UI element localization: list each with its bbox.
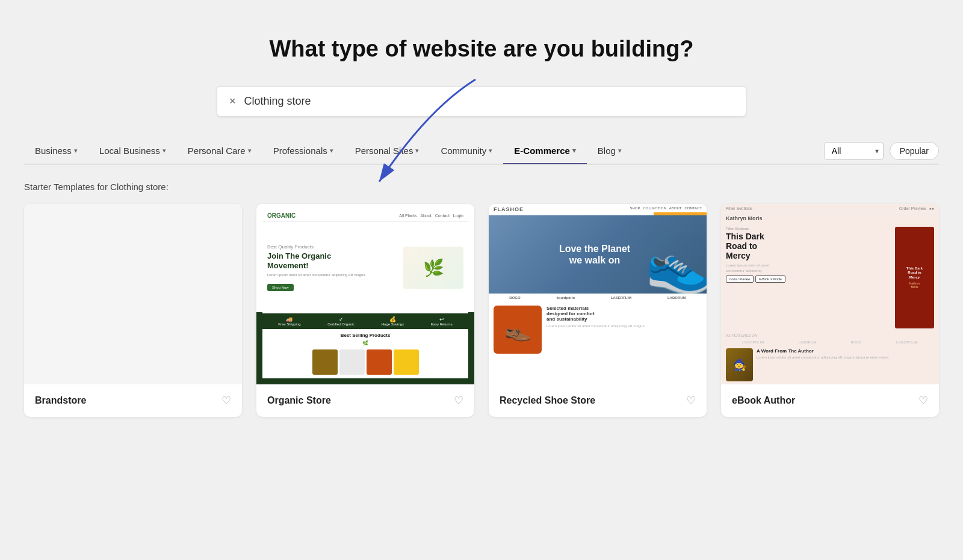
search-bar-wrapper: × Clothing store (24, 86, 939, 117)
template-card-organic-store[interactable]: ORGANIC All PlantsAboutContactLogin Best… (256, 204, 474, 417)
favorite-icon-ebook-author[interactable]: ♡ (918, 394, 928, 407)
template-footer-brandstore: Brandstore ♡ (24, 384, 242, 417)
template-image-brandstore (24, 204, 242, 384)
chevron-down-icon: ▾ (74, 147, 78, 155)
template-name-ebook-author: eBook Author (732, 395, 795, 406)
template-footer-recycled-shoe-store: Recycled Shoe Store ♡ (489, 384, 707, 417)
template-card-recycled-shoe-store[interactable]: PREMIUM FLASHOE SHOPCOLLECTIONABOUTCONTA… (489, 204, 707, 417)
template-image-ebook-author: Filter Sections Order Preview●● Kathryn … (721, 204, 939, 384)
nav-filters: All Free Premium Popular (824, 142, 939, 160)
tab-community[interactable]: Community ▾ (430, 138, 503, 165)
template-card-brandstore[interactable]: Brandstore ♡ (24, 204, 242, 417)
search-input[interactable]: Clothing store (244, 95, 734, 108)
template-footer-ebook-author: eBook Author ♡ (721, 384, 939, 417)
search-clear-button[interactable]: × (229, 95, 236, 108)
search-bar: × Clothing store (217, 86, 746, 117)
starter-templates-label: Starter Templates for Clothing store: (24, 182, 939, 192)
favorite-icon-recycled-shoe-store[interactable]: ♡ (686, 394, 696, 407)
chevron-down-icon: ▾ (330, 147, 333, 155)
template-card-ebook-author[interactable]: Filter Sections Order Preview●● Kathryn … (721, 204, 939, 417)
chevron-down-icon: ▾ (618, 147, 622, 155)
template-image-recycled-shoe-store: PREMIUM FLASHOE SHOPCOLLECTIONABOUTCONTA… (489, 204, 707, 384)
chevron-down-icon: ▾ (572, 147, 576, 155)
tab-ecommerce[interactable]: E-Commerce ▾ (503, 138, 587, 165)
page-title: What type of website are you building? (24, 36, 939, 62)
popular-filter-button[interactable]: Popular (890, 142, 939, 160)
chevron-down-icon: ▾ (415, 147, 419, 155)
favorite-icon-brandstore[interactable]: ♡ (221, 394, 231, 407)
template-image-organic-store: ORGANIC All PlantsAboutContactLogin Best… (256, 204, 474, 384)
all-filter-select[interactable]: All Free Premium (824, 142, 884, 160)
chevron-down-icon: ▾ (248, 147, 252, 155)
template-footer-organic-store: Organic Store ♡ (256, 384, 474, 417)
tab-blog[interactable]: Blog ▾ (587, 138, 633, 165)
chevron-down-icon: ▾ (163, 147, 166, 155)
favorite-icon-organic-store[interactable]: ♡ (454, 394, 463, 407)
chevron-down-icon: ▾ (489, 147, 492, 155)
tab-personal-sites[interactable]: Personal Sites ▾ (344, 138, 430, 165)
nav-tabs: Business ▾ Local Business ▾ Personal Car… (24, 138, 939, 165)
template-name-recycled-shoe-store: Recycled Shoe Store (500, 395, 595, 406)
tab-business[interactable]: Business ▾ (24, 138, 88, 165)
template-name-organic-store: Organic Store (267, 395, 331, 406)
template-name-brandstore: Brandstore (35, 395, 86, 406)
all-filter-wrapper: All Free Premium (824, 142, 884, 160)
templates-grid: Brandstore ♡ ORGANIC All PlantsAboutCont… (24, 204, 939, 417)
tab-professionals[interactable]: Professionals ▾ (262, 138, 344, 165)
tab-personal-care[interactable]: Personal Care ▾ (177, 138, 262, 165)
tab-local-business[interactable]: Local Business ▾ (88, 138, 177, 165)
